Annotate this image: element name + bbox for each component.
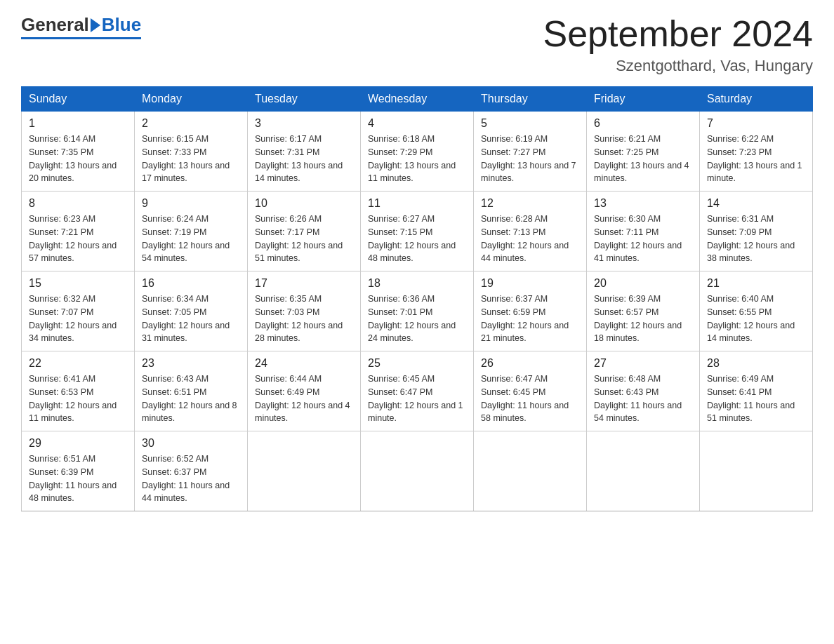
header-tuesday: Tuesday [248, 87, 361, 112]
header-friday: Friday [587, 87, 700, 112]
day-info: Sunrise: 6:26 AMSunset: 7:17 PMDaylight:… [255, 213, 353, 265]
calendar-cell [700, 431, 813, 511]
day-info: Sunrise: 6:23 AMSunset: 7:21 PMDaylight:… [29, 213, 127, 265]
day-info: Sunrise: 6:19 AMSunset: 7:27 PMDaylight:… [481, 133, 579, 185]
day-number: 12 [481, 197, 579, 210]
calendar-table: SundayMondayTuesdayWednesdayThursdayFrid… [21, 86, 813, 511]
day-number: 8 [29, 197, 127, 210]
day-info: Sunrise: 6:24 AMSunset: 7:19 PMDaylight:… [142, 213, 240, 265]
header-monday: Monday [135, 87, 248, 112]
day-number: 23 [142, 357, 240, 370]
day-number: 6 [594, 117, 692, 130]
day-info: Sunrise: 6:27 AMSunset: 7:15 PMDaylight:… [368, 213, 466, 265]
calendar-cell: 25Sunrise: 6:45 AMSunset: 6:47 PMDayligh… [361, 351, 474, 431]
calendar-cell [587, 431, 700, 511]
day-number: 15 [29, 277, 127, 290]
calendar-cell: 28Sunrise: 6:49 AMSunset: 6:41 PMDayligh… [700, 351, 813, 431]
calendar-cell [474, 431, 587, 511]
day-info: Sunrise: 6:22 AMSunset: 7:23 PMDaylight:… [707, 133, 805, 185]
calendar-cell: 20Sunrise: 6:39 AMSunset: 6:57 PMDayligh… [587, 271, 700, 351]
day-number: 24 [255, 357, 353, 370]
week-row-1: 1Sunrise: 6:14 AMSunset: 7:35 PMDaylight… [22, 112, 813, 192]
day-number: 25 [368, 357, 466, 370]
calendar-cell [361, 431, 474, 511]
day-info: Sunrise: 6:48 AMSunset: 6:43 PMDaylight:… [594, 373, 692, 425]
calendar-cell: 27Sunrise: 6:48 AMSunset: 6:43 PMDayligh… [587, 351, 700, 431]
logo: General Blue [21, 14, 141, 39]
calendar-cell: 11Sunrise: 6:27 AMSunset: 7:15 PMDayligh… [361, 192, 474, 271]
title-section: September 2024 Szentgotthard, Vas, Hunga… [543, 14, 814, 75]
day-number: 20 [594, 277, 692, 290]
day-info: Sunrise: 6:28 AMSunset: 7:13 PMDaylight:… [481, 213, 579, 265]
calendar-cell: 4Sunrise: 6:18 AMSunset: 7:29 PMDaylight… [361, 112, 474, 192]
day-number: 22 [29, 357, 127, 370]
day-info: Sunrise: 6:45 AMSunset: 6:47 PMDaylight:… [368, 373, 466, 425]
calendar-cell: 23Sunrise: 6:43 AMSunset: 6:51 PMDayligh… [135, 351, 248, 431]
calendar-cell: 9Sunrise: 6:24 AMSunset: 7:19 PMDaylight… [135, 192, 248, 271]
day-info: Sunrise: 6:30 AMSunset: 7:11 PMDaylight:… [594, 213, 692, 265]
calendar-cell: 1Sunrise: 6:14 AMSunset: 7:35 PMDaylight… [22, 112, 135, 192]
logo-blue-text: Blue [102, 14, 141, 36]
day-info: Sunrise: 6:32 AMSunset: 7:07 PMDaylight:… [29, 293, 127, 345]
day-info: Sunrise: 6:14 AMSunset: 7:35 PMDaylight:… [29, 133, 127, 185]
page-header: General Blue September 2024 Szentgotthar… [21, 14, 813, 75]
week-row-5: 29Sunrise: 6:51 AMSunset: 6:39 PMDayligh… [22, 431, 813, 511]
calendar-cell: 3Sunrise: 6:17 AMSunset: 7:31 PMDaylight… [248, 112, 361, 192]
week-row-2: 8Sunrise: 6:23 AMSunset: 7:21 PMDaylight… [22, 192, 813, 271]
day-number: 13 [594, 197, 692, 210]
calendar-cell [248, 431, 361, 511]
calendar-cell: 2Sunrise: 6:15 AMSunset: 7:33 PMDaylight… [135, 112, 248, 192]
day-number: 26 [481, 357, 579, 370]
location-title: Szentgotthard, Vas, Hungary [543, 57, 814, 75]
day-info: Sunrise: 6:31 AMSunset: 7:09 PMDaylight:… [707, 213, 805, 265]
day-info: Sunrise: 6:36 AMSunset: 7:01 PMDaylight:… [368, 293, 466, 345]
day-info: Sunrise: 6:49 AMSunset: 6:41 PMDaylight:… [707, 373, 805, 425]
logo-triangle-icon [91, 18, 100, 32]
day-info: Sunrise: 6:51 AMSunset: 6:39 PMDaylight:… [29, 452, 127, 505]
day-number: 18 [368, 277, 466, 290]
day-number: 10 [255, 197, 353, 210]
calendar-header-row: SundayMondayTuesdayWednesdayThursdayFrid… [22, 87, 813, 112]
day-number: 3 [255, 117, 353, 130]
day-number: 17 [255, 277, 353, 290]
calendar-cell: 22Sunrise: 6:41 AMSunset: 6:53 PMDayligh… [22, 351, 135, 431]
calendar-cell: 13Sunrise: 6:30 AMSunset: 7:11 PMDayligh… [587, 192, 700, 271]
calendar-cell: 30Sunrise: 6:52 AMSunset: 6:37 PMDayligh… [135, 431, 248, 511]
header-thursday: Thursday [474, 87, 587, 112]
day-info: Sunrise: 6:41 AMSunset: 6:53 PMDaylight:… [29, 373, 127, 425]
day-number: 28 [707, 357, 805, 370]
calendar-cell: 16Sunrise: 6:34 AMSunset: 7:05 PMDayligh… [135, 271, 248, 351]
logo-text: General Blue [21, 14, 141, 36]
calendar-cell: 5Sunrise: 6:19 AMSunset: 7:27 PMDaylight… [474, 112, 587, 192]
calendar-cell: 17Sunrise: 6:35 AMSunset: 7:03 PMDayligh… [248, 271, 361, 351]
day-number: 21 [707, 277, 805, 290]
header-saturday: Saturday [700, 87, 813, 112]
calendar-cell: 10Sunrise: 6:26 AMSunset: 7:17 PMDayligh… [248, 192, 361, 271]
day-number: 19 [481, 277, 579, 290]
day-info: Sunrise: 6:44 AMSunset: 6:49 PMDaylight:… [255, 373, 353, 425]
calendar-cell: 14Sunrise: 6:31 AMSunset: 7:09 PMDayligh… [700, 192, 813, 271]
calendar-cell: 6Sunrise: 6:21 AMSunset: 7:25 PMDaylight… [587, 112, 700, 192]
week-row-4: 22Sunrise: 6:41 AMSunset: 6:53 PMDayligh… [22, 351, 813, 431]
day-info: Sunrise: 6:21 AMSunset: 7:25 PMDaylight:… [594, 133, 692, 185]
day-number: 1 [29, 117, 127, 130]
day-info: Sunrise: 6:17 AMSunset: 7:31 PMDaylight:… [255, 133, 353, 185]
day-info: Sunrise: 6:18 AMSunset: 7:29 PMDaylight:… [368, 133, 466, 185]
day-info: Sunrise: 6:43 AMSunset: 6:51 PMDaylight:… [142, 373, 240, 425]
month-year-title: September 2024 [543, 14, 814, 54]
day-info: Sunrise: 6:37 AMSunset: 6:59 PMDaylight:… [481, 293, 579, 345]
day-number: 29 [29, 437, 127, 450]
calendar-cell: 12Sunrise: 6:28 AMSunset: 7:13 PMDayligh… [474, 192, 587, 271]
calendar-cell: 19Sunrise: 6:37 AMSunset: 6:59 PMDayligh… [474, 271, 587, 351]
calendar-cell: 26Sunrise: 6:47 AMSunset: 6:45 PMDayligh… [474, 351, 587, 431]
day-info: Sunrise: 6:15 AMSunset: 7:33 PMDaylight:… [142, 133, 240, 185]
day-info: Sunrise: 6:47 AMSunset: 6:45 PMDaylight:… [481, 373, 579, 425]
day-number: 9 [142, 197, 240, 210]
day-number: 4 [368, 117, 466, 130]
header-wednesday: Wednesday [361, 87, 474, 112]
day-number: 16 [142, 277, 240, 290]
calendar-cell: 8Sunrise: 6:23 AMSunset: 7:21 PMDaylight… [22, 192, 135, 271]
week-row-3: 15Sunrise: 6:32 AMSunset: 7:07 PMDayligh… [22, 271, 813, 351]
logo-underline [21, 37, 141, 39]
calendar-cell: 15Sunrise: 6:32 AMSunset: 7:07 PMDayligh… [22, 271, 135, 351]
